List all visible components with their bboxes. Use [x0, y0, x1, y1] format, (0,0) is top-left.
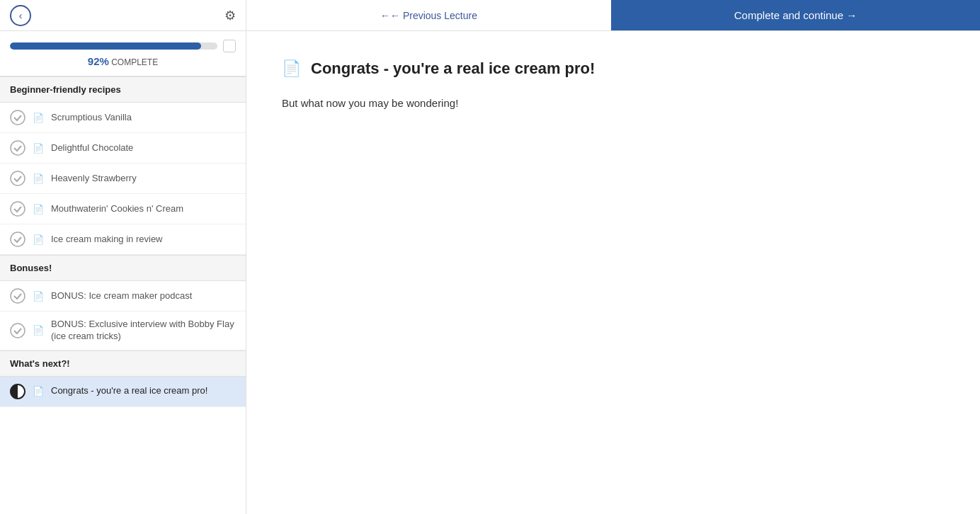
lesson-item-podcast[interactable]: 📄 BONUS: Ice cream maker podcast — [0, 281, 246, 312]
check-icon-interview — [10, 323, 25, 338]
doc-icon-interview: 📄 — [33, 325, 44, 336]
progress-complete-text: COMPLETE — [111, 57, 158, 67]
content-doc-icon: 📄 — [282, 59, 301, 78]
progress-toggle[interactable] — [223, 40, 236, 52]
svg-point-1 — [11, 141, 25, 155]
previous-lecture-button[interactable]: ← ← Previous Lecture — [246, 0, 611, 30]
lesson-title-chocolate: Delightful Chocolate — [51, 142, 133, 154]
doc-icon-strawberry: 📄 — [33, 173, 44, 184]
svg-point-5 — [11, 289, 25, 303]
content-header: 📄 Congrats - you're a real ice cream pro… — [282, 59, 945, 78]
section-header-beginner: Beginner-friendly recipes — [0, 76, 246, 103]
doc-icon-podcast: 📄 — [33, 291, 44, 302]
section-header-whatsnext: What's next?! — [0, 350, 246, 377]
svg-point-0 — [11, 110, 25, 125]
content-area: 📄 Congrats - you're a real ice cream pro… — [246, 31, 980, 514]
settings-button[interactable]: ⚙ — [224, 8, 236, 23]
lesson-title-review: Ice cream making in review — [51, 234, 163, 246]
previous-lecture-label: ← Previous Lecture — [390, 10, 477, 21]
content-body: But what now you may be wondering! — [282, 95, 945, 112]
check-icon-strawberry — [10, 171, 25, 186]
lesson-item-vanilla[interactable]: 📄 Scrumptious Vanilla — [0, 103, 246, 133]
complete-label: Complete and continue → — [734, 9, 857, 21]
progress-bar-background — [10, 42, 217, 50]
doc-icon-vanilla: 📄 — [33, 113, 44, 123]
lesson-title-vanilla: Scrumptious Vanilla — [51, 112, 132, 124]
check-icon-chocolate — [10, 140, 25, 156]
main-area: 92% COMPLETE Beginner-friendly recipes 📄… — [0, 31, 980, 514]
svg-point-4 — [11, 232, 25, 246]
back-button[interactable]: ‹ — [10, 5, 31, 26]
svg-point-2 — [11, 171, 25, 185]
progress-label: 92% COMPLETE — [10, 55, 236, 67]
check-icon-review — [10, 232, 25, 247]
top-nav: ‹ ⚙ ← ← Previous Lecture Complete and co… — [0, 0, 980, 31]
half-circle-icon — [10, 384, 25, 399]
lesson-item-congrats[interactable]: 📄 Congrats - you're a real ice cream pro… — [0, 377, 246, 407]
nav-left: ‹ ⚙ — [0, 0, 246, 30]
svg-point-6 — [11, 324, 25, 338]
lesson-title-strawberry: Heavenly Strawberry — [51, 173, 137, 185]
lesson-item-review[interactable]: 📄 Ice cream making in review — [0, 224, 246, 255]
doc-icon-review: 📄 — [33, 234, 44, 245]
progress-section: 92% COMPLETE — [0, 31, 246, 76]
gear-icon: ⚙ — [224, 8, 236, 23]
previous-arrow-icon: ← — [380, 10, 390, 21]
back-arrow-icon: ‹ — [19, 10, 23, 21]
lesson-title-interview: BONUS: Exclusive interview with Bobby Fl… — [51, 319, 236, 343]
progress-bar-fill — [10, 42, 201, 50]
content-title: Congrats - you're a real ice cream pro! — [311, 59, 595, 78]
check-icon-podcast — [10, 288, 25, 304]
lesson-item-chocolate[interactable]: 📄 Delightful Chocolate — [0, 133, 246, 164]
check-icon-vanilla — [10, 110, 25, 125]
progress-percentage: 92% — [88, 55, 109, 67]
complete-continue-button[interactable]: Complete and continue → — [611, 0, 980, 30]
lesson-title-cookies: Mouthwaterin' Cookies n' Cream — [51, 203, 183, 215]
lesson-item-strawberry[interactable]: 📄 Heavenly Strawberry — [0, 164, 246, 194]
doc-icon-cookies: 📄 — [33, 204, 44, 215]
sidebar: 92% COMPLETE Beginner-friendly recipes 📄… — [0, 31, 246, 514]
check-icon-cookies — [10, 201, 25, 217]
doc-icon-chocolate: 📄 — [33, 143, 44, 154]
lesson-title-podcast: BONUS: Ice cream maker podcast — [51, 290, 192, 302]
lesson-item-interview[interactable]: 📄 BONUS: Exclusive interview with Bobby … — [0, 312, 246, 350]
section-header-bonuses: Bonuses! — [0, 255, 246, 281]
progress-bar-container — [10, 40, 236, 52]
doc-icon-congrats: 📄 — [33, 386, 44, 396]
svg-point-3 — [11, 202, 25, 216]
lesson-item-cookies[interactable]: 📄 Mouthwaterin' Cookies n' Cream — [0, 194, 246, 224]
lesson-title-congrats: Congrats - you're a real ice cream pro! — [51, 385, 207, 397]
